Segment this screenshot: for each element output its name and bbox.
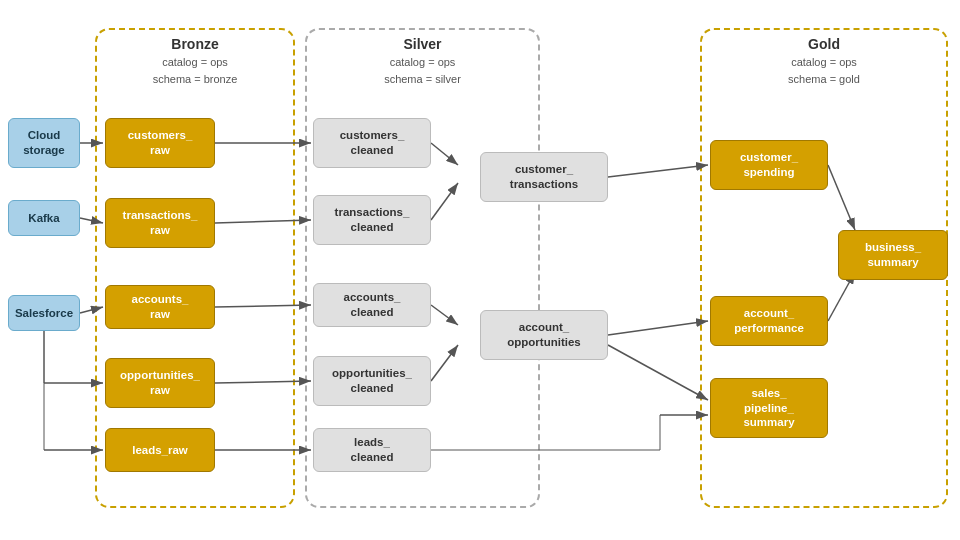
customer-transactions-node: customer_transactions: [480, 152, 608, 202]
transactions-raw-node: transactions_raw: [105, 198, 215, 248]
svg-line-19: [608, 345, 708, 400]
sales-pipeline-summary-node: sales_pipeline_summary: [710, 378, 828, 438]
silver-label: Silver: [307, 36, 538, 52]
gold-label: Gold: [702, 36, 946, 52]
leads-raw-node: leads_raw: [105, 428, 215, 472]
bronze-label: Bronze: [97, 36, 293, 52]
gold-sub: catalog = opsschema = gold: [702, 54, 946, 87]
bronze-sub: catalog = opsschema = bronze: [97, 54, 293, 87]
opportunities-cleaned-node: opportunities_cleaned: [313, 356, 431, 406]
business-summary-node: business_summary: [838, 230, 948, 280]
account-performance-node: account_performance: [710, 296, 828, 346]
customer-spending-node: customer_spending: [710, 140, 828, 190]
svg-line-17: [608, 165, 708, 177]
kafka-node: Kafka: [8, 200, 80, 236]
customers-cleaned-node: customers_cleaned: [313, 118, 431, 168]
accounts-cleaned-node: accounts_cleaned: [313, 283, 431, 327]
diagram: Bronze catalog = opsschema = bronze Silv…: [0, 0, 960, 540]
customers-raw-node: customers_raw: [105, 118, 215, 168]
opportunities-raw-node: opportunities_raw: [105, 358, 215, 408]
accounts-raw-node: accounts_raw: [105, 285, 215, 329]
svg-line-18: [608, 321, 708, 335]
silver-sub: catalog = opsschema = silver: [307, 54, 538, 87]
leads-cleaned-node: leads_cleaned: [313, 428, 431, 472]
transactions-cleaned-node: transactions_cleaned: [313, 195, 431, 245]
salesforce-node: Salesforce: [8, 295, 80, 331]
account-opportunities-node: account_opportunities: [480, 310, 608, 360]
cloud-storage-node: Cloudstorage: [8, 118, 80, 168]
